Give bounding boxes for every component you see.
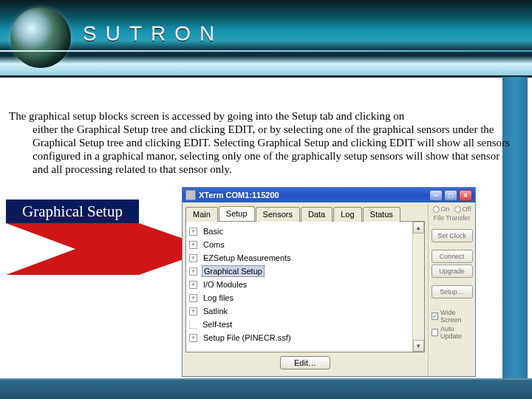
plus-icon[interactable]: +	[189, 241, 197, 249]
edit-button[interactable]: Edit…	[280, 356, 330, 369]
callout-label: Graphical Setup	[6, 200, 139, 223]
left-pane: Main Setup Sensors Data Log Status + Bas…	[183, 202, 428, 376]
tab-main[interactable]: Main	[185, 207, 218, 222]
header-divider	[0, 50, 532, 52]
connect-button[interactable]: Connect	[432, 250, 473, 263]
xterm-window: XTerm COM1:115200 – □ × Main Setup Senso…	[182, 187, 476, 377]
titlebar[interactable]: XTerm COM1:115200 – □ ×	[183, 188, 475, 202]
body-rest: either the Graphical Setup tree and clic…	[9, 123, 510, 176]
tree-label-selected: Graphical Setup	[202, 265, 265, 277]
tree-item-io-modules[interactable]: + I/O Modules	[189, 278, 409, 291]
radio-icon	[454, 206, 461, 213]
tree-item-setup-file[interactable]: + Setup File (PINECR.ssf)	[189, 331, 409, 344]
bottom-stripe	[0, 378, 532, 399]
window-title: XTerm COM1:115200	[199, 191, 429, 200]
close-button[interactable]: ×	[459, 190, 472, 201]
tab-log[interactable]: Log	[333, 207, 361, 222]
tree-item-coms[interactable]: + Coms	[189, 238, 409, 251]
tab-status[interactable]: Status	[363, 207, 400, 222]
plus-icon[interactable]: +	[189, 294, 197, 302]
tree-label: EZSetup Measurements	[202, 253, 293, 263]
setup-button[interactable]: Setup…	[432, 285, 473, 299]
right-pane: On Off File Transfer Set Clock Connect U…	[428, 202, 475, 376]
radio-on[interactable]: On	[433, 205, 450, 213]
tab-setup[interactable]: Setup	[219, 206, 255, 221]
plus-icon[interactable]: +	[189, 334, 197, 342]
tree-label: Coms	[202, 239, 226, 250]
vertical-scrollbar[interactable]: ▴ ▾	[412, 222, 424, 352]
tree-connector-icon	[189, 321, 197, 329]
maximize-button[interactable]: □	[444, 190, 457, 201]
plus-icon[interactable]: +	[189, 228, 197, 236]
file-transfer-label: File Transfer	[433, 214, 470, 222]
tree-label: Basic	[202, 226, 225, 236]
radio-off[interactable]: Off	[454, 205, 471, 213]
radio-icon	[433, 206, 440, 213]
minimize-button[interactable]: –	[429, 190, 443, 201]
tree-item-log-files[interactable]: + Log files	[189, 291, 409, 304]
tree-item-ezsetup[interactable]: + EZSetup Measurements	[189, 251, 409, 265]
checkbox-icon: ✓	[432, 313, 438, 320]
checkbox-auto-update[interactable]: Auto Update	[432, 325, 472, 340]
header-divider-2	[0, 75, 532, 78]
tree-label: Setup File (PINECR.ssf)	[202, 332, 293, 343]
scroll-up-icon[interactable]: ▴	[413, 222, 424, 233]
globe-icon	[10, 7, 71, 68]
checkbox-label: Wide Screen	[440, 309, 472, 324]
plus-icon[interactable]: +	[189, 307, 197, 316]
tree-label: Satlink	[202, 306, 229, 316]
body-line-1: The graphical setup blocks screen is acc…	[9, 110, 404, 122]
tree-item-satlink[interactable]: + Satlink	[189, 304, 409, 318]
tree-item-graphical-setup[interactable]: + Graphical Setup	[189, 265, 409, 278]
scroll-down-icon[interactable]: ▾	[413, 340, 424, 352]
checkbox-wide-screen[interactable]: ✓ Wide Screen	[432, 309, 472, 324]
setup-tree[interactable]: + Basic + Coms + EZSetup Measurements + …	[186, 222, 412, 352]
tree-item-basic[interactable]: + Basic	[189, 225, 409, 238]
tab-data[interactable]: Data	[301, 207, 332, 222]
body-paragraph: The graphical setup blocks screen is acc…	[9, 109, 510, 176]
radio-label: On	[441, 205, 450, 213]
tree-container: + Basic + Coms + EZSetup Measurements + …	[185, 221, 425, 352]
callout-text: Graphical Setup	[22, 202, 123, 221]
radio-label: Off	[463, 205, 471, 213]
tree-label: I/O Modules	[202, 279, 248, 290]
set-clock-button[interactable]: Set Clock	[432, 229, 473, 242]
upgrade-button[interactable]: Upgrade	[432, 265, 473, 278]
checkbox-icon	[432, 329, 438, 336]
brand-logo-text: SUTRON	[83, 22, 223, 46]
tab-strip: Main Setup Sensors Data Log Status	[185, 206, 425, 221]
tab-sensors[interactable]: Sensors	[256, 207, 300, 222]
plus-icon[interactable]: +	[189, 281, 197, 289]
app-icon	[185, 190, 196, 200]
tree-label: Self-test	[201, 319, 233, 330]
plus-icon[interactable]: +	[189, 254, 197, 262]
header-banner: SUTRON	[0, 0, 532, 78]
plus-icon[interactable]: +	[189, 267, 197, 276]
tree-item-self-test[interactable]: Self-test	[189, 318, 409, 331]
checkbox-label: Auto Update	[440, 325, 472, 340]
tree-label: Log files	[202, 293, 235, 303]
